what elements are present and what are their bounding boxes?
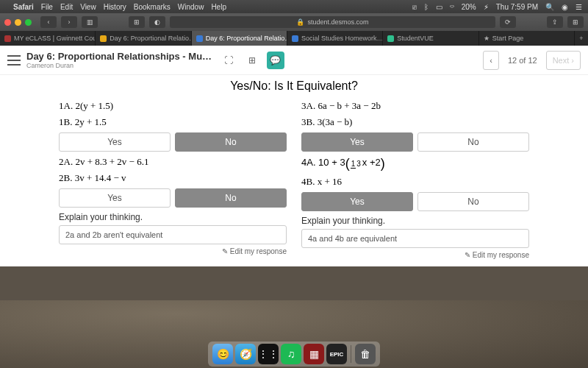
- menu-history[interactable]: History: [104, 3, 126, 11]
- mac-menubar: Safari File Edit View History Bookmarks …: [0, 0, 588, 13]
- prev-page-button[interactable]: ‹: [483, 51, 499, 70]
- expr-4b: 4B. x + 16: [301, 176, 529, 188]
- fullscreen-icon[interactable]: ⛶: [220, 52, 237, 69]
- q1-no-button[interactable]: No: [175, 132, 287, 152]
- sidebar-button[interactable]: ▥: [82, 16, 98, 28]
- q1-yes-button[interactable]: Yes: [59, 132, 171, 152]
- lock-icon: 🔒: [296, 18, 304, 26]
- next-page-button: Next ›: [546, 51, 581, 70]
- expr-2b: 2B. 3v + 14.4 − v: [59, 172, 287, 184]
- tab-eclass[interactable]: MY eCLASS | Gwinnett Cou…: [0, 31, 96, 46]
- show-tabs-button[interactable]: ⊞: [567, 16, 584, 28]
- favicon-icon: [387, 35, 394, 42]
- bluetooth-icon[interactable]: ᛒ: [424, 3, 429, 11]
- explain-input-left[interactable]: 2a and 2b aren't equivalent: [59, 225, 287, 244]
- battery-icon[interactable]: ▭: [436, 3, 442, 11]
- forward-button[interactable]: ›: [61, 16, 77, 28]
- q3-yes-button[interactable]: Yes: [301, 132, 413, 152]
- student-name: Cameron Duran: [26, 62, 214, 69]
- explain-label-right: Explain your thinking.: [301, 216, 529, 226]
- url-host: student.desmos.com: [307, 18, 368, 26]
- page-indicator: 12 of 12: [505, 56, 540, 65]
- zoom-window-button[interactable]: [25, 19, 32, 26]
- address-bar[interactable]: 🔒 student.desmos.com: [170, 16, 495, 28]
- safari-toolbar: ‹ › ▥ ⊞ ◐ 🔒 student.desmos.com ⟳ ⇪ ⊞: [0, 13, 588, 31]
- reload-button[interactable]: ⟳: [500, 16, 516, 28]
- dock-trash-icon[interactable]: 🗑: [355, 344, 376, 364]
- expr-2a: 2A. 2v + 8.3 + 2v − 6.1: [59, 156, 287, 168]
- expr-1b: 1B. 2y + 1.5: [59, 116, 287, 128]
- expr-3b: 3B. 3(3a − b): [301, 116, 529, 128]
- tab-social-studies[interactable]: Social Studies Homework…: [287, 31, 383, 46]
- favicon-icon: [196, 35, 203, 42]
- desmos-page: Day 6: Proportional Relationships - Mult…: [0, 46, 588, 266]
- charging-icon: ⚡︎: [484, 3, 489, 11]
- mac-dock: 😊 🧭 ⋮⋮ ♫ ▦ EPIC 🗑: [208, 342, 380, 367]
- chat-icon[interactable]: 💬: [267, 52, 284, 69]
- wifi-icon[interactable]: ⌔: [450, 3, 454, 11]
- share-button[interactable]: ⇪: [547, 16, 563, 28]
- activity-header: Day 6: Proportional Relationships - Mult…: [0, 46, 588, 75]
- question-title: Yes/No: Is It Equivalent?: [59, 79, 529, 93]
- q4-yes-button[interactable]: Yes: [301, 192, 413, 211]
- q2-no-button[interactable]: No: [175, 188, 287, 208]
- q4-no-button[interactable]: No: [417, 192, 529, 211]
- dock-app-icon[interactable]: ⋮⋮: [258, 344, 279, 364]
- right-column: 3A. 6a − b + 3a − 2b 3B. 3(3a − b) Yes N…: [301, 97, 529, 259]
- menu-bookmarks[interactable]: Bookmarks: [134, 3, 171, 11]
- expr-3a: 3A. 6a − b + 3a − 2b: [301, 100, 529, 112]
- dock-epic-icon[interactable]: EPIC: [326, 344, 347, 364]
- menu-button[interactable]: [7, 55, 21, 66]
- menu-edit[interactable]: Edit: [60, 3, 73, 11]
- dock-separator: [351, 345, 351, 363]
- edit-response-left[interactable]: ✎ Edit my response: [59, 247, 287, 255]
- airplay-icon[interactable]: ⎚: [412, 3, 417, 11]
- reader-button[interactable]: ⊞: [129, 16, 145, 28]
- activity-content: Yes/No: Is It Equivalent? 1A. 2(y + 1.5)…: [0, 75, 588, 266]
- back-button[interactable]: ‹: [40, 16, 57, 28]
- dock-finder-icon[interactable]: 😊: [212, 344, 233, 364]
- tab-studentvue[interactable]: StudentVUE: [383, 31, 478, 46]
- expr-4a: 4A. 10 + 3(13x +2): [301, 156, 529, 171]
- explain-label-left: Explain your thinking.: [59, 212, 287, 222]
- window-controls: [4, 19, 32, 26]
- tab-day6-active[interactable]: Day 6: Proportional Relatio…: [192, 31, 287, 46]
- menubar-app[interactable]: Safari: [13, 3, 34, 11]
- star-icon: ★: [484, 35, 490, 42]
- dock-spotify-icon[interactable]: ♫: [281, 344, 301, 364]
- menu-help[interactable]: Help: [211, 3, 226, 11]
- siri-icon[interactable]: ◉: [562, 3, 568, 11]
- edit-response-right[interactable]: ✎ Edit my response: [301, 251, 529, 259]
- menu-window[interactable]: Window: [178, 3, 204, 11]
- battery-percent: 20%: [462, 3, 476, 11]
- new-tab-button[interactable]: +: [575, 31, 588, 46]
- tab-start-page[interactable]: ★Start Page: [479, 31, 575, 46]
- expr-1a: 1A. 2(y + 1.5): [59, 100, 287, 112]
- spotlight-icon[interactable]: 🔍: [545, 3, 554, 11]
- menu-file[interactable]: File: [41, 3, 53, 11]
- q3-no-button[interactable]: No: [417, 132, 529, 152]
- dock-safari-icon[interactable]: 🧭: [235, 344, 256, 364]
- dock-app2-icon[interactable]: ▦: [304, 344, 324, 364]
- favicon-icon: [292, 35, 298, 42]
- clock[interactable]: Thu 7:59 PM: [496, 3, 538, 11]
- q2-yes-button[interactable]: Yes: [59, 188, 171, 208]
- left-column: 1A. 2(y + 1.5) 1B. 2y + 1.5 Yes No 2A. 2…: [59, 97, 287, 259]
- privacy-report-button[interactable]: ◐: [149, 16, 165, 28]
- menu-view[interactable]: View: [80, 3, 96, 11]
- explain-input-right[interactable]: 4a and 4b are equivalent: [301, 229, 529, 248]
- notification-center-icon[interactable]: ☰: [576, 3, 582, 11]
- browser-tab-strip: MY eCLASS | Gwinnett Cou… Day 6: Proport…: [0, 31, 588, 46]
- activity-title: Day 6: Proportional Relationships - Mult…: [26, 51, 214, 62]
- minimize-window-button[interactable]: [15, 19, 21, 26]
- favicon-icon: [100, 35, 107, 42]
- favicon-icon: [4, 35, 11, 42]
- tab-day6-1[interactable]: Day 6: Proportional Relatio…: [96, 31, 191, 46]
- calculator-icon[interactable]: ⊞: [243, 52, 261, 69]
- close-window-button[interactable]: [4, 19, 11, 26]
